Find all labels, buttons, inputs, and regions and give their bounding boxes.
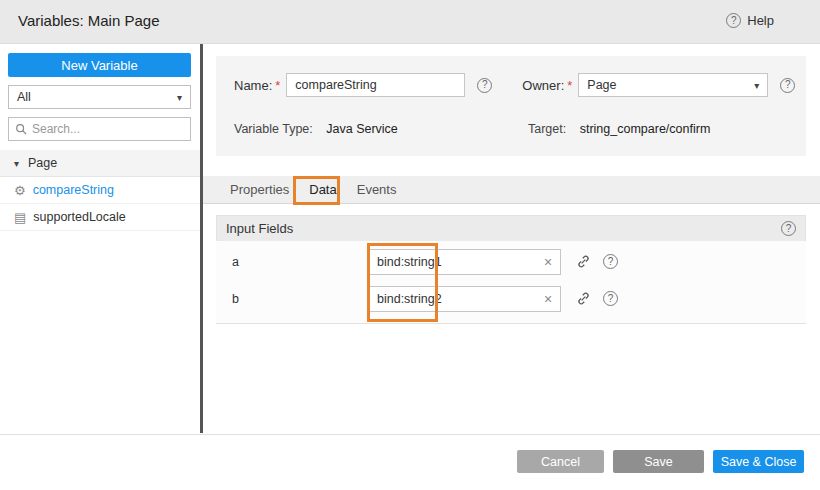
tree-item-label: supportedLocale [33, 210, 125, 224]
search-input[interactable] [32, 122, 177, 136]
bind-link-icon[interactable] [574, 290, 592, 308]
variable-filter-select[interactable]: All ▾ [8, 85, 191, 109]
field-a-input[interactable] [369, 255, 536, 269]
field-row-a: a × ? [216, 243, 806, 280]
main-panel: Name: * ? Owner: * Page ▾ ? Variable Typ… [203, 44, 820, 434]
caret-down-icon: ▾ [754, 80, 759, 91]
field-label: b [216, 292, 368, 306]
clear-icon[interactable]: × [536, 291, 560, 307]
variable-summary-card: Name: * ? Owner: * Page ▾ ? Variable Typ… [216, 56, 806, 156]
gear-icon: ⚙ [14, 183, 26, 198]
tab-events[interactable]: Events [347, 176, 407, 203]
cancel-button[interactable]: Cancel [517, 450, 604, 473]
document-icon: ▤ [14, 210, 26, 225]
tree-expander-icon[interactable]: ▾ [14, 158, 19, 169]
tab-properties[interactable]: Properties [220, 176, 299, 203]
tree-item-comparestring[interactable]: ⚙ compareString [0, 177, 200, 204]
header: Variables: Main Page ? Help [0, 0, 820, 44]
name-input[interactable] [286, 73, 465, 97]
owner-select[interactable]: Page ▾ [578, 73, 768, 97]
input-fields-panel: Input Fields ? a × ? [216, 215, 806, 324]
variable-filter-value: All [17, 90, 31, 104]
page-title: Variables: Main Page [18, 12, 159, 29]
name-label: Name: [234, 78, 272, 93]
owner-label: Owner: [522, 78, 564, 93]
owner-value: Page [587, 78, 616, 92]
new-variable-button[interactable]: New Variable [8, 53, 191, 77]
help-label[interactable]: Help [747, 13, 774, 28]
tab-data[interactable]: Data [299, 176, 346, 203]
search-box[interactable] [8, 117, 191, 141]
help-icon[interactable]: ? [726, 13, 741, 28]
name-help-icon[interactable]: ? [477, 78, 492, 93]
field-label: a [216, 255, 368, 269]
tab-bar: Properties Data Events [203, 176, 820, 204]
target-label: Target: [528, 122, 566, 136]
search-icon [15, 123, 27, 135]
help-button[interactable]: ? Help [726, 13, 774, 28]
input-fields-title: Input Fields [226, 221, 293, 236]
clear-icon[interactable]: × [536, 254, 560, 270]
caret-down-icon: ▾ [177, 92, 182, 103]
bind-link-icon[interactable] [574, 253, 592, 271]
field-b-input[interactable] [369, 292, 536, 306]
save-and-close-button[interactable]: Save & Close [713, 450, 804, 473]
tree-item-label: compareString [33, 183, 114, 197]
tree-group-page[interactable]: ▾ Page [0, 150, 200, 177]
field-input-box: × [368, 286, 561, 312]
input-fields-help-icon[interactable]: ? [781, 221, 796, 236]
tree-item-supportedlocale[interactable]: ▤ supportedLocale [0, 204, 200, 231]
target-value: string_compare/confirm [580, 122, 711, 136]
field-help-icon[interactable]: ? [603, 291, 618, 306]
sidebar: New Variable All ▾ ▾ Page ⚙ compareStrin… [0, 44, 200, 434]
required-asterisk: * [567, 78, 572, 93]
required-asterisk: * [275, 78, 280, 93]
footer: Cancel Save Save & Close [0, 434, 820, 490]
variable-type-label: Variable Type: [234, 122, 313, 136]
field-row-b: b × ? [216, 280, 806, 317]
field-help-icon[interactable]: ? [603, 254, 618, 269]
owner-help-icon[interactable]: ? [780, 78, 795, 93]
variable-type-value: Java Service [326, 122, 398, 136]
tree-group-label: Page [28, 156, 57, 170]
save-button[interactable]: Save [613, 450, 704, 473]
field-input-box: × [368, 249, 561, 275]
